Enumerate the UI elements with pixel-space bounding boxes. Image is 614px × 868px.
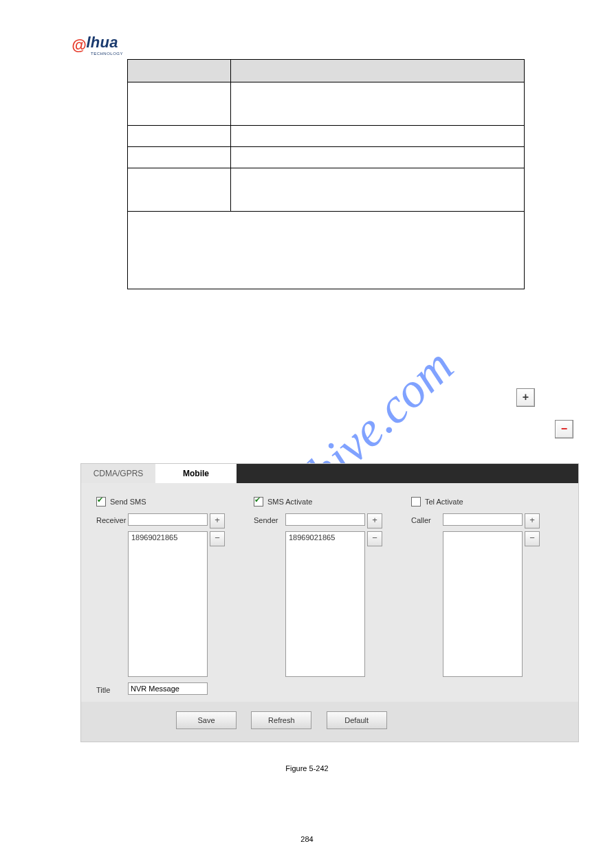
tbl-row-dial-name	[128, 126, 231, 147]
remove-caller-button[interactable]: −	[525, 531, 540, 546]
mobile-settings-panel: CDMA/GPRS Mobile Send SMS Receiver +	[80, 463, 579, 742]
plus-icon: +	[516, 388, 535, 407]
default-button[interactable]: Default	[327, 711, 387, 729]
add-receiver-button[interactable]: +	[210, 513, 225, 528]
tab-cdma-gprs[interactable]: CDMA/GPRS	[81, 464, 155, 483]
list-receiver[interactable]: 18969021865	[128, 531, 208, 677]
parameter-table	[127, 59, 525, 289]
save-button[interactable]: Save	[176, 711, 237, 729]
input-caller[interactable]	[443, 513, 523, 526]
checkbox-send-sms[interactable]	[96, 497, 106, 507]
remove-receiver-button[interactable]: −	[210, 531, 225, 546]
checkbox-tel-activate[interactable]	[411, 497, 421, 507]
refresh-button[interactable]: Refresh	[251, 711, 311, 729]
tbl-row-user-desc	[231, 147, 525, 168]
logo-at-icon: @	[72, 36, 86, 54]
button-row: Save Refresh Default	[81, 702, 578, 742]
brand-logo: @lhua TECHNOLOGY	[72, 34, 128, 53]
checkbox-sms-activate[interactable]	[254, 497, 263, 507]
tbl-row-auth-name	[128, 82, 231, 126]
tbl-row-pass-name	[128, 168, 231, 212]
tbl-row-pass-desc	[231, 168, 525, 212]
col-sms-activate: SMS Activate Sender + 18969021865 −	[254, 497, 406, 695]
tbl-row-dial-desc	[231, 126, 525, 147]
input-title[interactable]	[128, 682, 208, 695]
label-send-sms: Send SMS	[110, 498, 146, 506]
input-sender[interactable]	[285, 513, 365, 526]
tbl-row-user-name	[128, 147, 231, 168]
label-tel-activate: Tel Activate	[425, 498, 463, 506]
label-caller: Caller	[411, 513, 443, 524]
col-send-sms: Send SMS Receiver + 18969021865 −	[96, 497, 248, 695]
minus-icon: −	[555, 420, 573, 438]
add-caller-button[interactable]: +	[525, 513, 540, 528]
label-receiver: Receiver	[96, 513, 128, 524]
tbl-row-note	[128, 212, 525, 289]
label-sms-activate: SMS Activate	[267, 498, 312, 506]
add-sender-button[interactable]: +	[367, 513, 382, 528]
label-title: Title	[96, 683, 128, 694]
list-item[interactable]: 18969021865	[289, 533, 362, 542]
col-tel-activate: Tel Activate Caller + −	[411, 497, 563, 695]
tbl-row-auth-desc	[231, 82, 525, 126]
logo-subtext: TECHNOLOGY	[91, 52, 128, 56]
input-receiver[interactable]	[128, 513, 208, 526]
remove-sender-button[interactable]: −	[367, 531, 382, 546]
page-number: 284	[0, 835, 614, 843]
figure-label: Figure 5-242	[0, 764, 614, 772]
tbl-header-description	[231, 60, 525, 82]
label-sender: Sender	[254, 513, 285, 524]
list-caller[interactable]	[443, 531, 523, 677]
tab-mobile[interactable]: Mobile	[155, 464, 237, 483]
list-sender[interactable]: 18969021865	[285, 531, 365, 677]
list-item[interactable]: 18969021865	[131, 533, 204, 542]
panel-body: Send SMS Receiver + 18969021865 −	[81, 483, 578, 702]
logo-text: lhua	[86, 34, 118, 51]
tab-bar: CDMA/GPRS Mobile	[81, 464, 578, 483]
tbl-header-parameter	[128, 60, 231, 82]
